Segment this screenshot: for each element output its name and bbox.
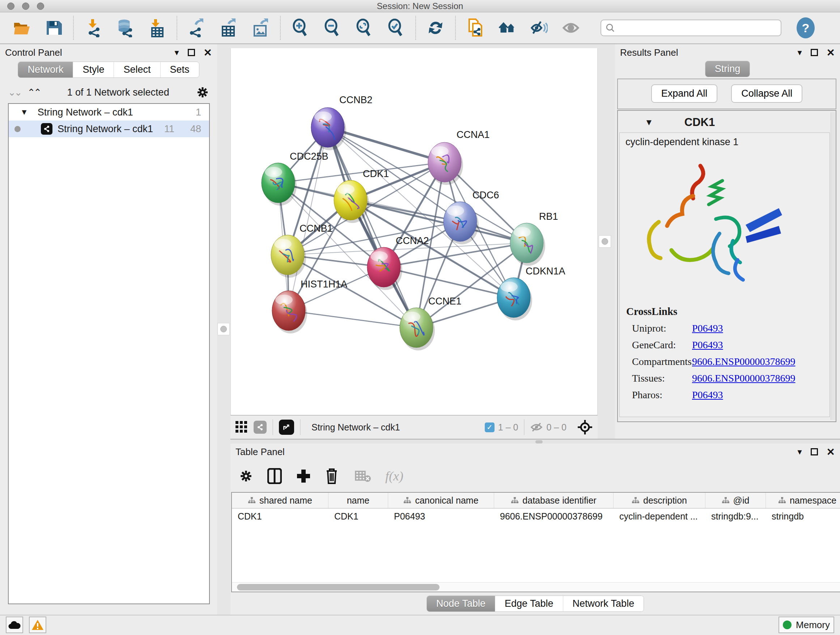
expand-all-button[interactable]: Expand All — [651, 84, 718, 103]
results-panel-collapse-icon[interactable]: ▾ — [797, 48, 802, 57]
table-cell[interactable]: CDK1 — [328, 511, 388, 522]
birds-eye-view-icon[interactable] — [235, 421, 248, 433]
scrollbar-thumb[interactable] — [237, 584, 439, 591]
network-row-selected[interactable]: String Network – cdk1 11 48 — [9, 120, 209, 137]
table-panel-splitter[interactable] — [231, 439, 840, 443]
results-panel-float-icon[interactable] — [811, 49, 818, 56]
column-header--id[interactable]: @id — [706, 493, 766, 508]
table-cell[interactable]: 9606.ENSP00000378699 — [494, 511, 614, 522]
export-table-icon[interactable] — [220, 19, 237, 36]
right-splitter-handle[interactable] — [599, 235, 611, 248]
table-cell[interactable]: stringdb:9... — [706, 511, 766, 522]
network-edge[interactable] — [384, 267, 514, 298]
control-panel-close-icon[interactable]: ✕ — [204, 47, 212, 59]
zoom-fit-icon[interactable] — [355, 19, 373, 36]
selected-checkbox-icon[interactable]: ✓ — [485, 423, 494, 432]
column-header-shared-name[interactable]: shared name — [232, 493, 328, 508]
table-cell[interactable]: stringdb — [766, 511, 840, 522]
table-cell[interactable]: P06493 — [388, 511, 494, 522]
table-panel-close-icon[interactable]: ✕ — [827, 446, 835, 458]
help-button[interactable]: ? — [797, 17, 815, 38]
import-table-file-icon[interactable] — [148, 19, 166, 36]
network-edge[interactable] — [289, 310, 416, 328]
crosslink-link[interactable]: P06493 — [692, 389, 723, 401]
control-panel-float-icon[interactable] — [188, 49, 195, 56]
clone-network-icon[interactable] — [467, 19, 484, 36]
export-image-icon[interactable] — [252, 19, 269, 36]
network-node-ccna2[interactable] — [367, 247, 402, 290]
search-box[interactable] — [600, 19, 782, 36]
search-input[interactable] — [618, 23, 776, 33]
results-vertical-scrollbar[interactable] — [831, 112, 835, 420]
home-icon[interactable] — [499, 19, 516, 36]
network-node-ccne1[interactable] — [400, 308, 435, 350]
tab-network-table[interactable]: Network Table — [563, 596, 644, 611]
crosslink-link[interactable]: P06493 — [692, 339, 723, 351]
export-network-icon[interactable] — [188, 19, 205, 36]
left-splitter-handle[interactable] — [218, 323, 230, 335]
network-node-ccna1[interactable] — [428, 142, 463, 185]
crosslink-link[interactable]: 9606.ENSP00000378699 — [692, 372, 795, 384]
show-columns-icon[interactable] — [267, 468, 282, 484]
memory-button[interactable]: Memory — [778, 616, 834, 633]
table-options-gear-icon[interactable] — [239, 469, 253, 483]
network-node-cdc25b[interactable] — [262, 163, 297, 206]
apply-layout-icon[interactable] — [427, 19, 444, 36]
network-node-ccnb2[interactable] — [311, 108, 346, 150]
column-header-name[interactable]: name — [328, 493, 388, 508]
add-column-icon[interactable] — [296, 469, 311, 483]
column-header-description[interactable]: description — [614, 493, 706, 508]
import-network-database-icon[interactable] — [117, 19, 134, 36]
collection-expand-icon[interactable]: ▼ — [20, 108, 28, 117]
network-collection-row[interactable]: ▼ String Network – cdk1 1 — [9, 104, 209, 120]
network-node-hist1h1a[interactable] — [272, 291, 307, 333]
cloud-button[interactable] — [6, 616, 23, 633]
network-node-cdkn1a[interactable] — [497, 278, 532, 320]
fit-content-crosshair-icon[interactable] — [577, 420, 592, 435]
open-session-icon[interactable] — [13, 19, 30, 36]
control-panel-collapse-icon[interactable]: ▾ — [174, 48, 179, 57]
zoom-in-icon[interactable] — [292, 19, 309, 36]
protein-expand-icon[interactable]: ▼ — [645, 117, 653, 127]
right-splitter[interactable] — [598, 44, 615, 439]
import-network-file-icon[interactable] — [85, 19, 102, 36]
crosslink-link[interactable]: P06493 — [692, 323, 723, 334]
tab-select[interactable]: Select — [114, 62, 160, 78]
network-node-rb1[interactable] — [510, 223, 545, 266]
expand-all-networks-icon[interactable]: ⌄⌄ — [8, 87, 21, 98]
warning-button[interactable] — [29, 616, 46, 633]
results-panel-close-icon[interactable]: ✕ — [827, 47, 835, 59]
column-header-canonical-name[interactable]: canonical name — [388, 493, 494, 508]
hide-selected-icon[interactable] — [531, 19, 548, 36]
network-edge[interactable] — [328, 127, 416, 328]
network-node-ccnb1[interactable] — [271, 235, 306, 278]
network-canvas[interactable]: CCNB2CCNA1CDC25BCDK1CDC6RB1CCNB1CCNA2CDK… — [231, 48, 598, 415]
collapse-all-networks-icon[interactable]: ⌃⌃ — [27, 87, 41, 98]
tab-style[interactable]: Style — [73, 62, 114, 78]
tab-string[interactable]: String — [706, 61, 750, 77]
zoom-selected-icon[interactable] — [387, 19, 404, 36]
table-horizontal-scrollbar[interactable] — [232, 582, 840, 592]
tab-node-table[interactable]: Node Table — [427, 596, 495, 611]
table-toolbar: f(x) — [231, 460, 840, 492]
tab-network[interactable]: Network — [18, 62, 73, 78]
column-header-namespace[interactable]: namespace — [766, 493, 840, 508]
zoom-out-icon[interactable] — [324, 19, 341, 36]
left-splitter[interactable] — [217, 44, 231, 615]
delete-column-icon[interactable] — [325, 468, 338, 484]
column-header-database-identifier[interactable]: database identifier — [494, 493, 614, 508]
collapse-all-button[interactable]: Collapse All — [731, 84, 802, 103]
open-in-browser-icon[interactable] — [279, 420, 294, 435]
protein-section-header[interactable]: ▼ CDK1 — [619, 112, 830, 133]
table-cell[interactable]: CDK1 — [232, 511, 328, 522]
table-row[interactable]: CDK1CDK1P064939606.ENSP00000378699cyclin… — [232, 509, 840, 524]
network-options-gear-icon[interactable] — [196, 86, 209, 99]
tab-sets[interactable]: Sets — [160, 62, 199, 78]
table-panel-float-icon[interactable] — [811, 448, 818, 455]
table-cell[interactable]: cyclin-dependent ... — [614, 511, 706, 522]
table-panel-collapse-icon[interactable]: ▾ — [797, 447, 802, 457]
network-node-cdk1[interactable] — [334, 180, 369, 223]
tab-edge-table[interactable]: Edge Table — [495, 596, 563, 611]
crosslink-link[interactable]: 9606.ENSP00000378699 — [692, 356, 795, 367]
save-session-icon[interactable] — [45, 19, 62, 36]
